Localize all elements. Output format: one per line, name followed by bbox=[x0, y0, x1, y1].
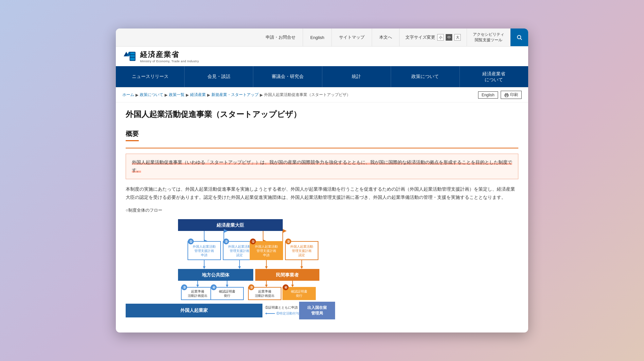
svg-text:認定: 認定 bbox=[236, 253, 243, 257]
font-size-label: 文字サイズ変更 bbox=[405, 34, 435, 40]
accessibility-label: アクセシビリティ閲覧支援ツール bbox=[473, 32, 504, 43]
step6-row: ⑥特定活動付与 bbox=[265, 311, 299, 316]
svg-text:④: ④ bbox=[284, 286, 287, 289]
svg-text:④: ④ bbox=[212, 286, 215, 289]
breadcrumb-actions: English 印刷 bbox=[478, 91, 522, 99]
svg-marker-43 bbox=[238, 266, 241, 269]
nav-item-kaiken[interactable]: 会見・談話 bbox=[185, 66, 253, 87]
logo-area: 経済産業省 Ministry of Economy, Trade and Ind… bbox=[122, 49, 199, 64]
search-button[interactable] bbox=[510, 28, 528, 46]
step6-label: ⑥特定活動付与 bbox=[276, 311, 299, 316]
svg-point-0 bbox=[517, 35, 521, 39]
utility-bar: 申請・お問合せ English サイトマップ 本文へ 文字サイズ変更 小 中 大… bbox=[116, 28, 528, 47]
flow-diagram-svg: 経済産業大臣 ① 外国人起業活動 管理支援計画 申請 bbox=[126, 217, 335, 302]
breadcrumb: ホーム ▶ 政策について ▶ 政策一覧 ▶ 経済産業 ▶ 新規産業・スタートアッ… bbox=[122, 92, 350, 98]
svg-marker-47 bbox=[300, 266, 303, 269]
breadcrumb-policy[interactable]: 政策について bbox=[140, 92, 163, 98]
svg-text:②: ② bbox=[287, 240, 290, 243]
font-small-btn[interactable]: 小 bbox=[437, 34, 444, 41]
svg-text:外国人起業活動: 外国人起業活動 bbox=[290, 245, 313, 248]
sitemap-link[interactable]: サイトマップ bbox=[332, 28, 372, 46]
font-mid-btn[interactable]: 中 bbox=[446, 34, 452, 41]
immigration-box: 出入国在留管理局 bbox=[299, 302, 335, 319]
breadcrumb-sep-1: ▶ bbox=[135, 93, 138, 97]
flow-diagram-wrapper: 経済産業大臣 ① 外国人起業活動 管理支援計画 申請 bbox=[126, 217, 518, 319]
breadcrumb-sep-4: ▶ bbox=[207, 93, 210, 97]
svg-rect-6 bbox=[130, 52, 135, 54]
svg-text:活動計画提出: 活動計画提出 bbox=[255, 294, 275, 297]
svg-text:確認証明書: 確認証明書 bbox=[291, 290, 307, 293]
highlight-box: 外国人起業活動促進事業（いわゆる「スタートアップビザ」）は、我が国の産業の国際競… bbox=[126, 154, 518, 179]
meti-logo-icon bbox=[122, 49, 137, 64]
svg-text:①: ① bbox=[189, 240, 192, 243]
logo-sub-text: Ministry of Economy, Trade and Industry bbox=[140, 60, 199, 63]
body-text: 本制度の実施にあたっては、外国人起業活動促進事業を実施しようとする者が、外国人が… bbox=[126, 185, 518, 201]
print-icon bbox=[504, 93, 509, 97]
breadcrumb-home[interactable]: ホーム bbox=[122, 92, 134, 98]
accessibility-link[interactable]: アクセシビリティ閲覧支援ツール bbox=[467, 28, 510, 46]
english-page-btn[interactable]: English bbox=[478, 91, 498, 99]
svg-marker-53 bbox=[196, 285, 199, 287]
svg-text:起業準備: 起業準備 bbox=[258, 290, 271, 293]
svg-text:申請: 申請 bbox=[201, 253, 207, 257]
immigration-text: 出入国在留管理局 bbox=[307, 305, 327, 315]
print-btn[interactable]: 印刷 bbox=[501, 91, 522, 99]
main-text-link[interactable]: 本文へ bbox=[372, 28, 400, 46]
svg-marker-41 bbox=[203, 266, 206, 269]
svg-text:認定: 認定 bbox=[298, 253, 305, 257]
nav-item-news[interactable]: ニュースリリース bbox=[116, 66, 185, 87]
svg-text:地方公共団体: 地方公共団体 bbox=[202, 272, 230, 277]
nav-item-policy[interactable]: 政策について bbox=[391, 66, 460, 87]
svg-text:管理支援計画: 管理支援計画 bbox=[194, 249, 214, 253]
svg-marker-57 bbox=[265, 285, 268, 287]
page-title: 外国人起業活動促進事業（スタートアップビザ） bbox=[126, 109, 518, 120]
svg-text:外国人起業活動: 外国人起業活動 bbox=[193, 245, 216, 248]
svg-text:管理支援計画: 管理支援計画 bbox=[230, 249, 249, 253]
svg-text:管理支援計画: 管理支援計画 bbox=[257, 249, 276, 253]
english-link[interactable]: English bbox=[303, 28, 332, 46]
svg-marker-85 bbox=[265, 313, 267, 314]
nav-item-statistics[interactable]: 統計 bbox=[322, 66, 391, 87]
logo-main-text: 経済産業省 bbox=[140, 50, 199, 60]
svg-marker-59 bbox=[291, 285, 294, 287]
site-header: 経済産業省 Ministry of Economy, Trade and Ind… bbox=[116, 47, 528, 87]
svg-text:管理支援計画: 管理支援計画 bbox=[292, 249, 312, 253]
logo-text: 経済産業省 Ministry of Economy, Trade and Ind… bbox=[140, 50, 199, 63]
svg-text:外国人起業活動: 外国人起業活動 bbox=[228, 245, 251, 248]
section-gaiyou: 概要 外国人起業活動促進事業（いわゆる「スタートアップビザ」）は、我が国の産業の… bbox=[126, 129, 518, 319]
svg-text:①: ① bbox=[252, 240, 255, 243]
svg-text:活動計画提出: 活動計画提出 bbox=[188, 294, 207, 297]
step5-label: ⑤証明書とともに申請 bbox=[265, 305, 298, 310]
nav-item-about[interactable]: 経済産業省について bbox=[460, 66, 528, 87]
svg-text:③: ③ bbox=[183, 286, 186, 289]
breadcrumb-sep-2: ▶ bbox=[165, 93, 168, 97]
svg-text:外国人起業活動: 外国人起業活動 bbox=[255, 245, 278, 248]
svg-rect-8 bbox=[130, 58, 135, 60]
highlight-text: 外国人起業活動促進事業（いわゆる「スタートアップビザ」）は、我が国の産業の国際競… bbox=[132, 160, 512, 173]
svg-line-1 bbox=[520, 38, 522, 40]
nav-item-shingikai[interactable]: 審議会・研究会 bbox=[253, 66, 322, 87]
section-gaiyou-title: 概要 bbox=[126, 129, 139, 141]
flow-label: ○制度全体のフロー bbox=[126, 207, 518, 213]
svg-marker-45 bbox=[265, 266, 268, 269]
svg-rect-7 bbox=[130, 55, 135, 57]
svg-text:申請: 申請 bbox=[263, 253, 270, 257]
breadcrumb-economy[interactable]: 経済産業 bbox=[190, 92, 206, 98]
breadcrumb-bar: ホーム ▶ 政策について ▶ 政策一覧 ▶ 経済産業 ▶ 新規産業・スタートアッ… bbox=[116, 87, 528, 103]
svg-text:民間事業者: 民間事業者 bbox=[276, 272, 299, 277]
font-large-btn[interactable]: 大 bbox=[454, 34, 461, 41]
svg-text:③: ③ bbox=[250, 286, 253, 289]
inquiry-link[interactable]: 申請・お問合せ bbox=[259, 28, 303, 46]
header-top: 経済産業省 Ministry of Economy, Trade and Ind… bbox=[116, 47, 528, 66]
svg-text:発行: 発行 bbox=[224, 294, 230, 297]
svg-text:起業準備: 起業準備 bbox=[191, 290, 204, 293]
content-area: 外国人起業活動促進事業（スタートアップビザ） 概要 外国人起業活動促進事業（いわ… bbox=[116, 103, 528, 332]
breadcrumb-startup[interactable]: 新規産業・スタートアップ bbox=[211, 92, 259, 98]
breadcrumb-policy-list[interactable]: 政策一覧 bbox=[169, 92, 185, 98]
main-nav: ニュースリリース 会見・談話 審議会・研究会 統計 政策について 経済産業省につ… bbox=[116, 66, 528, 87]
person-box: 外国人起業家 bbox=[126, 304, 262, 317]
svg-rect-9 bbox=[506, 95, 508, 97]
font-size-control: 文字サイズ変更 小 中 大 bbox=[400, 28, 467, 46]
utility-bar-right: 申請・お問合せ English サイトマップ 本文へ 文字サイズ変更 小 中 大… bbox=[259, 28, 528, 46]
breadcrumb-sep-5: ▶ bbox=[260, 93, 263, 97]
